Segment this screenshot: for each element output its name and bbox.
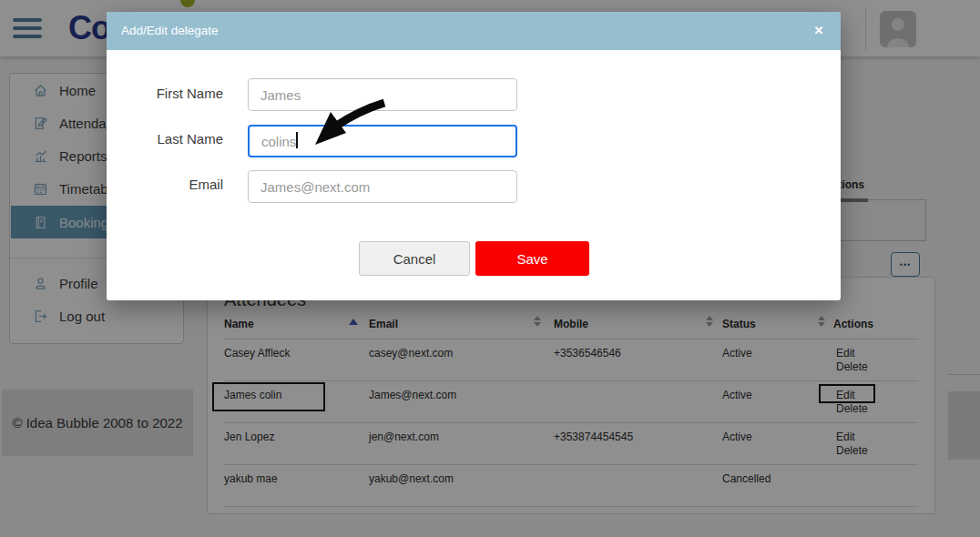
email-label: Email <box>132 177 223 192</box>
app-screen: Co Home Attendance Reports <box>0 0 980 537</box>
first-name-label: First Name <box>132 86 223 101</box>
cancel-button[interactable]: Cancel <box>359 241 470 276</box>
add-edit-delegate-modal: Add/Edit delegate ✕ First Name Last Name… <box>107 12 841 300</box>
save-button[interactable]: Save <box>475 241 589 276</box>
close-icon[interactable]: ✕ <box>808 12 830 50</box>
text-caret <box>296 132 298 148</box>
annotation-arrow-icon <box>313 93 386 151</box>
last-name-label: Last Name <box>132 131 223 147</box>
email-input[interactable] <box>248 170 517 203</box>
modal-header: Add/Edit delegate ✕ <box>107 12 841 50</box>
modal-title: Add/Edit delegate <box>121 12 219 50</box>
